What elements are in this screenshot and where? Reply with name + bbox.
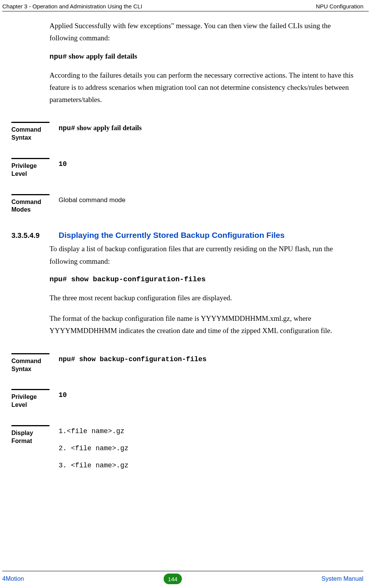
side-rule [11,389,49,390]
footer-left: 4Motion [2,575,24,582]
header-right: NPU Configuration [316,3,363,10]
privilege-level-block-1: Privilege Level 10 [11,158,360,178]
display-format-label: Display Format [11,429,49,445]
display-format-block: Display Format 1.<file name>.gz 2. <file… [11,425,360,477]
header-rule [2,11,369,11]
prompt: npu# [49,53,67,61]
intro-command-1: npu# show apply fail details [49,52,355,61]
display-format-line-2: 2. <file name>.gz [59,443,360,454]
command-syntax-label: Command Syntax [11,125,49,142]
command-syntax-value: npu# show backup-configuration-files [49,353,360,365]
section-heading: 3.3.5.4.9 Displaying the Currently Store… [11,231,360,240]
side-rule [11,353,49,354]
prompt: npu# [59,124,75,132]
privilege-level-value: 10 [49,158,360,170]
page-content: Applied Successfully with few exceptions… [0,20,371,477]
privilege-level-label: Privilege Level [11,392,49,409]
section-title: Displaying the Currently Stored Backup C… [49,231,360,240]
command-syntax-block-2: Command Syntax npu# show backup-configur… [11,353,360,373]
section-body: To display a list of backup configuratio… [49,243,355,337]
intro-paragraph-2: According to the failures details you ca… [49,69,355,106]
privilege-level-value: 10 [49,389,360,401]
command-modes-label: Command Modes [11,198,49,214]
page-number-badge: 144 [164,574,182,584]
privilege-level-block-2: Privilege Level 10 [11,389,360,409]
command-modes-value: Global command mode [49,194,360,205]
display-format-line-3: 3. <file name>.gz [59,460,360,471]
display-format-value: 1.<file name>.gz 2. <file name>.gz 3. <f… [49,425,360,477]
command-syntax-label: Command Syntax [11,357,49,373]
section-paragraph-1: To display a list of backup configuratio… [49,243,355,268]
side-rule [11,122,49,123]
command-text: show apply fail details [67,52,137,60]
command-syntax-value: npu# show apply fail details [49,122,360,134]
command-text: show apply fail details [75,124,142,132]
section-number: 3.3.5.4.9 [11,231,49,240]
side-rule [11,158,49,159]
side-rule [11,425,49,426]
privilege-level-label: Privilege Level [11,161,49,178]
intro-block: Applied Successfully with few exceptions… [49,20,355,106]
footer-right: System Manual [322,575,363,582]
section-paragraph-3: The format of the backup configuration f… [49,312,355,337]
display-format-line-1: 1.<file name>.gz [59,426,360,437]
command-syntax-block-1: Command Syntax npu# show apply fail deta… [11,122,360,142]
page-header: Chapter 3 - Operation and Administration… [0,0,371,11]
page-footer: 4Motion 144 System Manual [0,571,371,584]
side-rule [11,194,49,195]
section-paragraph-2: The three most recent backup configurati… [49,292,355,304]
intro-paragraph-1: Applied Successfully with few exceptions… [49,20,355,45]
header-left: Chapter 3 - Operation and Administration… [2,3,142,10]
command-modes-block: Command Modes Global command mode [11,194,360,214]
section-command: npu# show backup-configuration-files [49,275,355,284]
footer-rule [2,571,363,571]
